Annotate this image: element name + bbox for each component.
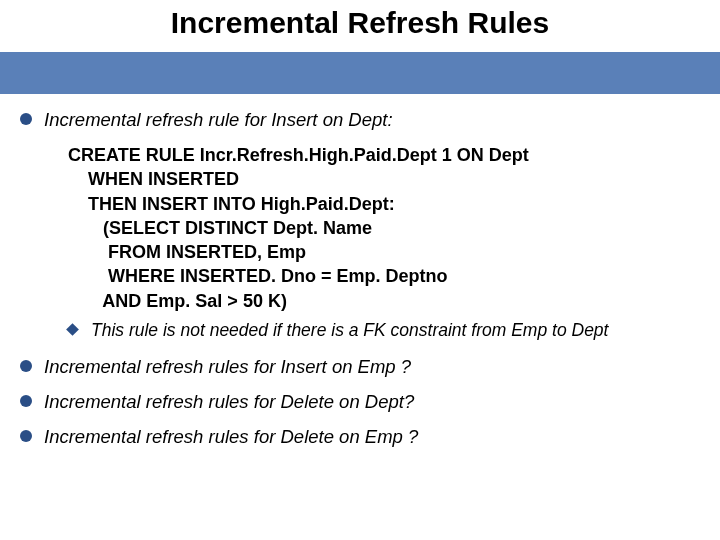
content-area: Incremental refresh rule for Insert on D… <box>20 108 700 454</box>
bullet-dot-icon <box>20 430 32 442</box>
sub-bullet-item: This rule is not needed if there is a FK… <box>68 319 700 343</box>
code-line: FROM INSERTED, Emp <box>68 242 306 262</box>
code-line: AND Emp. Sal > 50 K) <box>68 291 287 311</box>
bullet-text: Incremental refresh rule for Insert on D… <box>44 108 393 133</box>
bullet-text: Incremental refresh rules for Delete on … <box>44 425 418 450</box>
bullet-text: Incremental refresh rules for Insert on … <box>44 355 411 380</box>
bullet-text: Incremental refresh rules for Delete on … <box>44 390 414 415</box>
code-line: THEN INSERT INTO High.Paid.Dept: <box>68 194 395 214</box>
bullet-item-1: Incremental refresh rule for Insert on D… <box>20 108 700 133</box>
bullet-dot-icon <box>20 360 32 372</box>
bullet-dot-icon <box>20 113 32 125</box>
code-line: WHERE INSERTED. Dno = Emp. Deptno <box>68 266 448 286</box>
code-line: WHEN INSERTED <box>68 169 239 189</box>
bullet-item-2: Incremental refresh rules for Insert on … <box>20 355 700 380</box>
diamond-icon <box>66 323 79 336</box>
bullet-dot-icon <box>20 395 32 407</box>
sub-bullet-text: This rule is not needed if there is a FK… <box>91 319 608 343</box>
code-line: CREATE RULE Incr.Refresh.High.Paid.Dept … <box>68 145 529 165</box>
bullet-item-4: Incremental refresh rules for Delete on … <box>20 425 700 450</box>
bullet-item-3: Incremental refresh rules for Delete on … <box>20 390 700 415</box>
slide: Incremental Refresh Rules Incremental re… <box>0 0 720 540</box>
slide-title: Incremental Refresh Rules <box>0 6 720 40</box>
title-bar <box>0 52 720 94</box>
code-line: (SELECT DISTINCT Dept. Name <box>68 218 372 238</box>
code-block: CREATE RULE Incr.Refresh.High.Paid.Dept … <box>68 143 700 313</box>
